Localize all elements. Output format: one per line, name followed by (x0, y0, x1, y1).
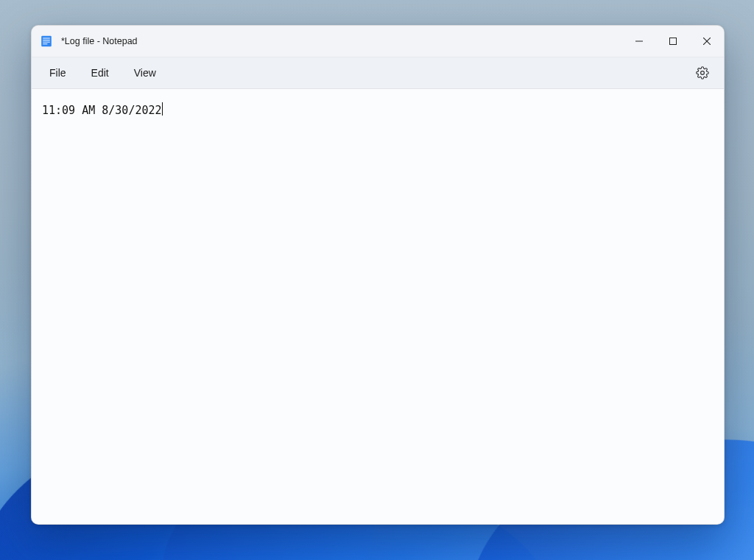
settings-button[interactable] (688, 59, 716, 87)
window-title: *Log file - Notepad (61, 36, 138, 46)
svg-rect-3 (43, 42, 50, 43)
text-editor[interactable]: 11:09 AM 8/30/2022 (32, 89, 724, 524)
window-controls (622, 26, 724, 57)
maximize-button[interactable] (656, 26, 690, 57)
svg-rect-4 (43, 43, 47, 44)
svg-rect-2 (43, 40, 50, 40)
text-caret (162, 102, 163, 116)
maximize-icon (669, 38, 677, 45)
svg-rect-0 (41, 36, 52, 46)
editor-content: 11:09 AM 8/30/2022 (42, 104, 162, 117)
minimize-icon (635, 38, 643, 45)
notepad-window: *Log file - Notepad File Edit (31, 25, 725, 525)
menubar: File Edit View (32, 57, 724, 89)
minimize-button[interactable] (622, 26, 656, 57)
svg-point-9 (701, 71, 705, 75)
svg-rect-6 (670, 38, 677, 45)
menu-edit[interactable]: Edit (81, 61, 119, 85)
titlebar[interactable]: *Log file - Notepad (32, 26, 724, 57)
gear-icon (696, 66, 709, 79)
notepad-app-icon (40, 35, 52, 47)
svg-rect-1 (43, 38, 50, 38)
close-button[interactable] (690, 26, 724, 57)
svg-rect-5 (635, 41, 643, 42)
menu-view[interactable]: View (124, 61, 166, 85)
menu-file[interactable]: File (39, 61, 77, 85)
close-icon (703, 38, 711, 45)
